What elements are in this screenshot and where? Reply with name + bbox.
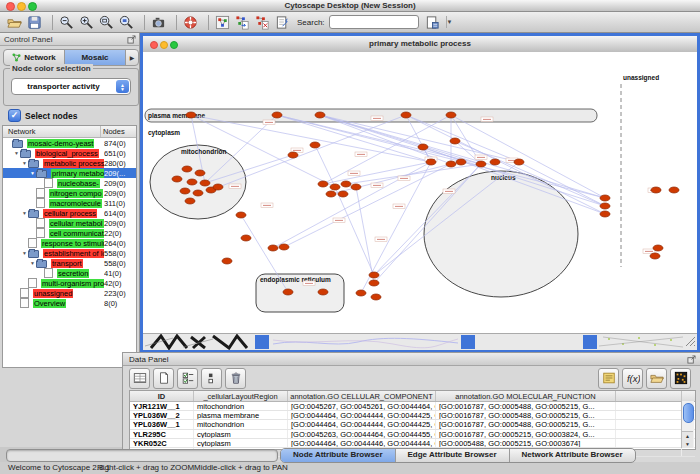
tree-row[interactable]: cellular metabol209(0): [3, 218, 136, 228]
disclosure-arrow-icon[interactable]: ▼: [21, 250, 28, 256]
network-node[interactable]: [326, 191, 336, 197]
network-node[interactable]: [351, 184, 361, 190]
tree-row[interactable]: unassigned223(0): [3, 288, 136, 298]
network-node[interactable]: [369, 280, 379, 286]
tree-row[interactable]: nucleobase-209(0): [3, 178, 136, 188]
scrollbar-thumb[interactable]: [683, 403, 694, 423]
disclosure-arrow-icon[interactable]: ▼: [29, 170, 36, 176]
node-color-select[interactable]: transporter activity ▲▼: [11, 78, 131, 95]
tree-row[interactable]: secretion41(0): [3, 268, 136, 278]
tree-row[interactable]: ▼metabolic process280(0): [3, 158, 136, 168]
network-edge[interactable]: [356, 187, 374, 283]
attribute-batch-icon[interactable]: [424, 14, 441, 31]
network-window-titlebar[interactable]: primary metabolic process: [143, 36, 697, 53]
scrollbar-arrows[interactable]: ▲▼: [682, 431, 693, 448]
network-node[interactable]: [200, 180, 210, 186]
tab-mosaic[interactable]: Mosaic: [65, 50, 126, 65]
network-canvas[interactable]: plasma membranecytoplasmmitochondrionnuc…: [143, 52, 697, 333]
select-nodes-checkbox[interactable]: ✓: [8, 109, 21, 122]
zoom-fit-icon[interactable]: [98, 14, 115, 31]
attribute-checklist-icon[interactable]: [177, 368, 198, 389]
tree-row[interactable]: ▼primary metabol209(...: [3, 168, 136, 178]
network-node[interactable]: [401, 112, 411, 118]
network-node[interactable]: [187, 179, 197, 185]
network-node[interactable]: [318, 289, 328, 295]
select-attributes-icon[interactable]: [129, 368, 150, 389]
tree-row[interactable]: cell communicat22(0): [3, 228, 136, 238]
network-node[interactable]: [236, 212, 246, 218]
save-icon[interactable]: [26, 14, 43, 31]
network-node[interactable]: [369, 272, 379, 278]
table-column-header[interactable]: [616, 391, 682, 401]
table-row[interactable]: YPL036W__2plasma membrane[GO:0044464, GO…: [130, 411, 695, 420]
zoom-in-icon[interactable]: [78, 14, 95, 31]
tree-row[interactable]: mosaic-demo-yeast874(0): [3, 138, 136, 148]
network-node[interactable]: [653, 245, 663, 251]
load-attributes-icon[interactable]: [646, 368, 667, 389]
network-edge[interactable]: [211, 115, 406, 190]
delete-attribute-icon[interactable]: [225, 368, 246, 389]
table-column-header[interactable]: ID: [130, 391, 194, 401]
tree-row[interactable]: ▼cellular process614(0): [3, 208, 136, 218]
network-node[interactable]: [490, 159, 500, 165]
snapshot-icon[interactable]: [150, 14, 167, 31]
function-builder-icon[interactable]: f(x): [622, 368, 643, 389]
attribute-list-icon[interactable]: [201, 368, 222, 389]
table-column-header[interactable]: annotation.GO MOLECULAR_FUNCTION: [436, 391, 616, 401]
network-node[interactable]: [213, 184, 223, 190]
network-node[interactable]: [338, 191, 348, 197]
tree-row[interactable]: response to stimulu264(0): [3, 238, 136, 248]
table-row[interactable]: YPL036W__1mitochondrion[GO:0044464, GO:0…: [130, 420, 695, 429]
network-node[interactable]: [241, 235, 251, 241]
network-node[interactable]: [476, 161, 486, 167]
network-node[interactable]: [193, 190, 203, 196]
tab-node-attribute-browser[interactable]: Node Attribute Browser: [281, 449, 396, 462]
network-node[interactable]: [283, 289, 293, 295]
disclosure-arrow-icon[interactable]: ▼: [21, 160, 28, 166]
network-node[interactable]: [172, 176, 182, 182]
network-edge[interactable]: [315, 145, 335, 187]
tab-network[interactable]: Network: [4, 50, 65, 65]
network-node[interactable]: [268, 245, 278, 251]
table-scrollbar[interactable]: ▲▼: [681, 401, 694, 448]
network-node[interactable]: [341, 181, 351, 187]
network-node[interactable]: [310, 142, 320, 148]
table-column-header[interactable]: annotation.GO CELLULAR_COMPONENT: [288, 391, 436, 401]
network-node[interactable]: [600, 203, 610, 209]
network-node[interactable]: [514, 159, 524, 165]
network-node[interactable]: [651, 187, 661, 193]
network-node[interactable]: [180, 188, 190, 194]
network-node[interactable]: [330, 184, 340, 190]
network-node[interactable]: [279, 244, 289, 250]
table-row[interactable]: YKR052Ccytoplasm[GO:0044464, GO:0044446,…: [130, 439, 695, 448]
disclosure-arrow-icon[interactable]: ▼: [13, 150, 20, 156]
attribute-matrix-icon[interactable]: [670, 368, 691, 389]
network-node[interactable]: [195, 170, 205, 176]
disclosure-arrow-icon[interactable]: ▼: [29, 260, 36, 266]
network-node[interactable]: [315, 112, 325, 118]
network-node[interactable]: [356, 290, 366, 296]
network-node[interactable]: [418, 144, 428, 150]
resize-grip-icon[interactable]: [685, 336, 696, 347]
create-attribute-icon[interactable]: [153, 368, 174, 389]
network-node[interactable]: [600, 195, 610, 201]
network-overview-icon[interactable]: [214, 14, 231, 31]
network-node[interactable]: [450, 138, 460, 144]
network-node[interactable]: [318, 181, 328, 187]
network-node[interactable]: [182, 166, 192, 172]
network-node[interactable]: [446, 161, 456, 167]
create-view-icon[interactable]: [234, 14, 251, 31]
tree-row[interactable]: Overview8(0): [3, 298, 136, 308]
float-data-panel-icon[interactable]: [687, 355, 696, 364]
tree-row[interactable]: ▼establishment of lo558(0): [3, 248, 136, 258]
network-node[interactable]: [456, 159, 466, 165]
network-edge[interactable]: [335, 187, 374, 275]
zoom-out-icon[interactable]: [58, 14, 75, 31]
network-node[interactable]: [650, 253, 660, 259]
tree-column-network[interactable]: Network: [3, 126, 101, 137]
destroy-view-icon[interactable]: [254, 14, 271, 31]
tab-edge-attribute-browser[interactable]: Edge Attribute Browser: [396, 449, 510, 462]
network-node[interactable]: [600, 211, 610, 217]
zoom-selected-icon[interactable]: [118, 14, 135, 31]
float-panel-icon[interactable]: [127, 35, 136, 44]
